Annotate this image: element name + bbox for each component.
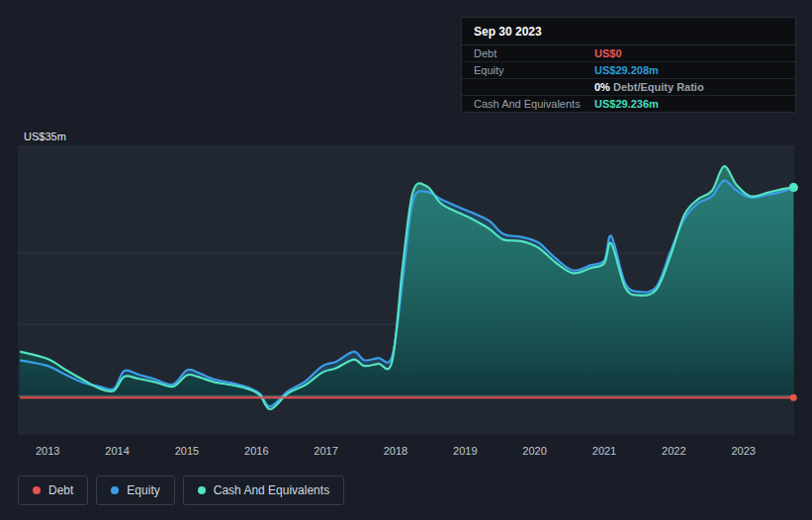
x-axis-label: 2023 — [731, 445, 755, 457]
tooltip-equity-label: Equity — [462, 64, 594, 76]
legend: Debt Equity Cash And Equivalents — [18, 476, 344, 505]
x-axis-label: 2019 — [453, 445, 477, 457]
chart-svg — [18, 146, 794, 435]
chart-page: US$35m US$0 -US$5m 201320142015201620172… — [0, 0, 812, 520]
legend-item-equity[interactable]: Equity — [96, 476, 174, 505]
tooltip-debt-value: US$0 — [594, 47, 622, 59]
x-axis: 2013201420152016201720182019202020212022… — [18, 445, 794, 461]
x-axis-label: 2015 — [175, 445, 199, 457]
x-axis-label: 2014 — [105, 445, 129, 457]
legend-equity-label: Equity — [127, 483, 159, 497]
x-axis-label: 2020 — [522, 445, 546, 457]
tooltip-row-ratio: 0% Debt/Equity Ratio — [462, 79, 795, 96]
tooltip-row-debt: Debt US$0 — [462, 45, 795, 62]
equity-dot-icon — [111, 486, 119, 494]
x-axis-label: 2022 — [662, 445, 685, 457]
tooltip-equity-value: US$29.208m — [594, 64, 659, 76]
legend-cash-label: Cash And Equivalents — [214, 483, 329, 497]
plot-area[interactable] — [18, 146, 794, 435]
x-axis-label: 2013 — [36, 445, 59, 457]
cash-dot-icon — [198, 486, 206, 494]
tooltip-ratio-value: 0% Debt/Equity Ratio — [594, 81, 704, 93]
cash-end-dot — [789, 183, 798, 192]
debt-end-dot — [790, 394, 797, 401]
debt-dot-icon — [33, 486, 41, 494]
tooltip-debt-label: Debt — [462, 47, 594, 59]
y-axis-label-35m: US$35m — [24, 130, 66, 143]
x-axis-label: 2021 — [592, 445, 616, 457]
tooltip-cash-value: US$29.236m — [594, 98, 659, 110]
tooltip-date: Sep 30 2023 — [462, 18, 795, 45]
legend-debt-label: Debt — [48, 483, 73, 497]
x-axis-label: 2017 — [314, 445, 337, 457]
tooltip-row-cash: Cash And Equivalents US$29.236m — [462, 96, 795, 112]
legend-item-cash[interactable]: Cash And Equivalents — [183, 476, 344, 505]
x-axis-label: 2018 — [384, 445, 407, 457]
x-axis-label: 2016 — [244, 445, 268, 457]
tooltip-card: Sep 30 2023 Debt US$0 Equity US$29.208m … — [461, 17, 796, 113]
tooltip-row-equity: Equity US$29.208m — [462, 62, 795, 79]
tooltip-cash-label: Cash And Equivalents — [462, 98, 594, 110]
legend-item-debt[interactable]: Debt — [18, 476, 88, 505]
